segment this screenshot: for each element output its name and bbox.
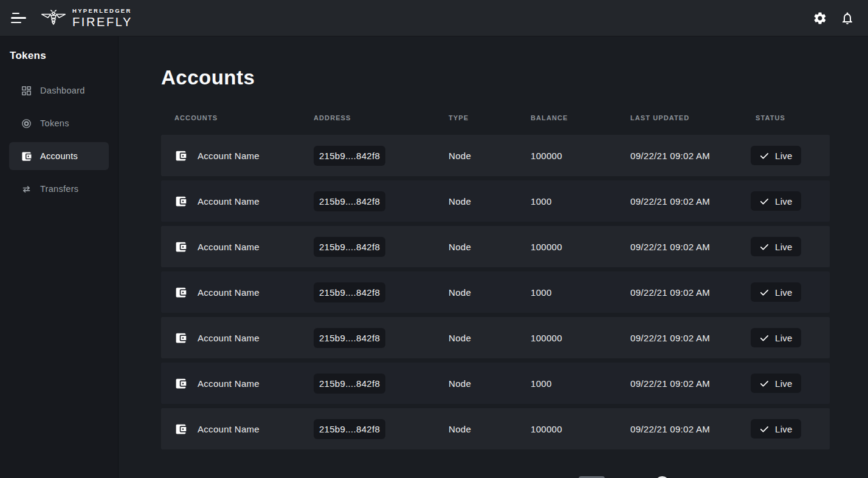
sidebar-item-label: Accounts xyxy=(40,151,78,161)
accounts-table: ACCOUNTSADDRESSTYPEBALANCELAST UPDATEDST… xyxy=(161,102,830,449)
account-balance: 1000 xyxy=(531,287,552,298)
sidebar-section-title: Tokens xyxy=(10,50,118,62)
account-balance: 1000 xyxy=(531,196,552,207)
check-icon xyxy=(759,151,770,161)
wallet-icon xyxy=(174,195,187,208)
sidebar: Tokens Dashboard xyxy=(0,36,119,478)
last-updated: 09/22/21 09:02 AM xyxy=(630,151,710,161)
sidebar-item-accounts[interactable]: Accounts xyxy=(9,142,109,170)
account-balance: 1000 xyxy=(531,378,552,389)
address-text: 215b9....842f8 xyxy=(319,424,380,434)
last-updated: 09/22/21 09:02 AM xyxy=(630,242,710,252)
check-icon xyxy=(759,196,770,207)
table-row[interactable]: Account Name 215b9....842f8 Node 100000 … xyxy=(161,408,830,449)
account-type: Node xyxy=(449,151,471,161)
last-updated: 09/22/21 09:02 AM xyxy=(630,287,710,298)
status-text: Live xyxy=(775,196,793,207)
address-chip[interactable]: 215b9....842f8 xyxy=(314,374,385,394)
address-chip[interactable]: 215b9....842f8 xyxy=(314,191,385,211)
address-chip[interactable]: 215b9....842f8 xyxy=(314,146,385,166)
account-name: Account Name xyxy=(198,196,260,207)
address-chip[interactable]: 215b9....842f8 xyxy=(314,419,385,439)
column-header-status: STATUS xyxy=(751,114,830,121)
account-name: Account Name xyxy=(198,242,260,252)
status-badge: Live xyxy=(751,191,801,211)
check-icon xyxy=(759,424,770,434)
sidebar-item-transfers[interactable]: Transfers xyxy=(9,175,109,203)
address-chip[interactable]: 215b9....842f8 xyxy=(314,328,385,348)
status-text: Live xyxy=(775,333,793,343)
column-header-balance: BALANCE xyxy=(531,114,630,121)
firefly-logo[interactable]: HYPERLEDGER FIREFLY xyxy=(40,8,133,28)
status-text: Live xyxy=(775,378,793,389)
check-icon xyxy=(759,287,770,298)
last-updated: 09/22/21 09:02 AM xyxy=(630,333,710,343)
account-type: Node xyxy=(449,424,471,434)
status-text: Live xyxy=(775,151,793,161)
wallet-icon xyxy=(174,377,187,390)
wallet-icon xyxy=(174,332,187,344)
wallet-icon xyxy=(174,149,187,162)
address-text: 215b9....842f8 xyxy=(319,196,380,207)
sidebar-item-label: Dashboard xyxy=(40,86,85,95)
account-type: Node xyxy=(449,242,471,252)
wallet-icon xyxy=(174,286,187,299)
account-name: Account Name xyxy=(198,424,260,434)
menu-icon[interactable] xyxy=(11,10,29,27)
account-name: Account Name xyxy=(198,151,260,161)
account-name: Account Name xyxy=(198,287,260,298)
status-badge: Live xyxy=(751,237,801,256)
wallet-icon xyxy=(174,241,187,253)
settings-icon[interactable] xyxy=(813,11,827,26)
top-bar: HYPERLEDGER FIREFLY xyxy=(0,0,868,36)
table-row[interactable]: Account Name 215b9....842f8 Node 1000 09… xyxy=(161,271,830,313)
app-window: HYPERLEDGER FIREFLY Tokens xyxy=(0,0,868,478)
check-icon xyxy=(759,333,770,343)
account-type: Node xyxy=(449,196,471,207)
table-row[interactable]: Account Name 215b9....842f8 Node 1000 09… xyxy=(161,363,830,404)
wallet-icon xyxy=(21,151,32,162)
account-type: Node xyxy=(449,333,471,343)
table-row[interactable]: Account Name 215b9....842f8 Node 100000 … xyxy=(161,317,830,358)
table-row[interactable]: Account Name 215b9....842f8 Node 100000 … xyxy=(161,135,830,176)
wallet-icon xyxy=(174,423,187,435)
status-badge: Live xyxy=(751,419,801,439)
status-text: Live xyxy=(775,424,793,434)
brand-firefly: FIREFLY xyxy=(72,16,133,28)
status-text: Live xyxy=(775,242,793,252)
table-row[interactable]: Account Name 215b9....842f8 Node 1000 09… xyxy=(161,180,830,222)
account-balance: 100000 xyxy=(531,424,562,434)
last-updated: 09/22/21 09:02 AM xyxy=(630,424,710,434)
account-balance: 100000 xyxy=(531,242,562,252)
status-badge: Live xyxy=(751,374,801,393)
top-bar-actions xyxy=(813,11,855,26)
check-icon xyxy=(759,378,770,389)
address-text: 215b9....842f8 xyxy=(319,333,380,343)
main-content: Accounts ACCOUNTSADDRESSTYPEBALANCELAST … xyxy=(119,36,868,478)
status-badge: Live xyxy=(751,328,801,347)
status-badge: Live xyxy=(751,282,801,302)
last-updated: 09/22/21 09:02 AM xyxy=(630,196,710,207)
column-header-type: TYPE xyxy=(449,114,531,121)
last-updated: 09/22/21 09:02 AM xyxy=(630,378,710,389)
page-title: Accounts xyxy=(161,66,868,90)
sidebar-item-dashboard[interactable]: Dashboard xyxy=(9,77,109,104)
address-chip[interactable]: 215b9....842f8 xyxy=(314,237,385,257)
address-text: 215b9....842f8 xyxy=(319,378,380,389)
account-balance: 100000 xyxy=(531,151,562,161)
tokens-icon xyxy=(21,118,32,129)
transfers-icon xyxy=(21,183,32,195)
address-text: 215b9....842f8 xyxy=(319,151,380,161)
check-icon xyxy=(759,242,770,252)
sidebar-item-tokens[interactable]: Tokens xyxy=(9,109,109,137)
table-row[interactable]: Account Name 215b9....842f8 Node 100000 … xyxy=(161,226,830,267)
table-body: Account Name 215b9....842f8 Node 100000 … xyxy=(161,135,830,449)
address-chip[interactable]: 215b9....842f8 xyxy=(314,282,385,302)
table-header-row: ACCOUNTSADDRESSTYPEBALANCELAST UPDATEDST… xyxy=(161,102,830,121)
address-text: 215b9....842f8 xyxy=(319,242,380,252)
notifications-icon[interactable] xyxy=(840,11,855,26)
account-type: Node xyxy=(449,378,471,389)
sidebar-item-label: Tokens xyxy=(40,118,69,128)
sidebar-item-label: Transfers xyxy=(40,184,78,194)
status-badge: Live xyxy=(751,146,801,165)
